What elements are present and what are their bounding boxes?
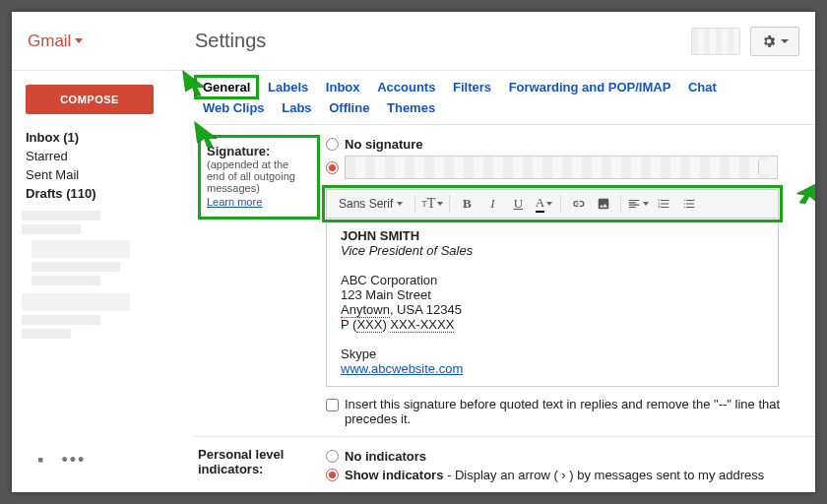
bullet-list-icon xyxy=(682,197,696,211)
signature-email-select[interactable]: ▴▾ xyxy=(345,156,778,179)
sig-title: Vice President of Sales xyxy=(341,243,473,258)
page-title: Settings xyxy=(195,30,691,52)
align-icon xyxy=(627,197,641,211)
sidebar-item-drafts[interactable]: Drafts (110) xyxy=(22,184,184,203)
annotation-arrow-2 xyxy=(189,116,223,157)
insert-before-quoted[interactable]: Insert this signature before quoted text… xyxy=(326,387,809,426)
row-indicators: Personal level indicators: No indicators… xyxy=(194,436,815,492)
sidebar-item-starred[interactable]: Starred xyxy=(22,147,184,165)
ordered-list-icon xyxy=(657,197,670,211)
italic-button[interactable]: I xyxy=(481,193,503,215)
radio-no-signature[interactable]: No signature xyxy=(326,135,809,154)
sidebar-more-blurred xyxy=(22,211,150,348)
account-switcher[interactable] xyxy=(691,28,740,55)
bold-button[interactable]: B xyxy=(456,193,477,215)
bullet-list-button[interactable] xyxy=(678,193,700,215)
sidebar-item-sent[interactable]: Sent Mail xyxy=(22,165,184,184)
annotation-arrow-1 xyxy=(177,65,211,105)
numbered-list-button[interactable] xyxy=(653,193,674,215)
sig-url[interactable]: www.abcwebsite.com xyxy=(341,361,463,376)
tab-labs[interactable]: Labs xyxy=(275,97,318,118)
hangouts-icon[interactable]: ▪ xyxy=(37,450,43,471)
image-icon xyxy=(597,197,610,211)
indicators-label: Personal level indicators: xyxy=(198,447,284,476)
radio-no-indicators[interactable]: No indicators xyxy=(326,447,809,466)
chevron-down-icon xyxy=(397,202,403,206)
settings-tabs: General Labels Inbox Accounts Filters Fo… xyxy=(194,71,815,124)
no-signature-label: No signature xyxy=(345,137,422,152)
font-size-button[interactable]: TT xyxy=(421,193,443,215)
radio-show-indicators[interactable]: Show indicators - Display an arrow ( › )… xyxy=(326,466,809,484)
text-color-button[interactable]: A xyxy=(533,193,554,215)
radio-use-signature[interactable]: ▴▾ xyxy=(326,154,809,181)
sig-street: 123 Main Street xyxy=(341,287,431,302)
gear-icon xyxy=(761,33,777,49)
image-button[interactable] xyxy=(593,193,614,215)
align-button[interactable] xyxy=(627,193,649,215)
row-signature: Signature: (appended at the end of all o… xyxy=(194,124,815,436)
settings-gear-button[interactable] xyxy=(750,27,799,56)
signature-sublabel: (appended at the end of all outgoing mes… xyxy=(207,158,309,194)
chevron-down-icon xyxy=(781,39,789,43)
gmail-logo[interactable]: Gmail xyxy=(28,32,195,51)
compose-button[interactable]: COMPOSE xyxy=(26,85,154,114)
tab-inbox[interactable]: Inbox xyxy=(319,77,367,97)
tab-themes[interactable]: Themes xyxy=(380,97,442,118)
radio-show-indicators-input[interactable] xyxy=(326,469,339,481)
gmail-text: Gmail xyxy=(28,32,71,51)
radio-no-indicators-input[interactable] xyxy=(326,450,339,463)
tab-chat[interactable]: Chat xyxy=(681,77,724,97)
insert-before-label: Insert this signature before quoted text… xyxy=(345,397,809,426)
tab-labels[interactable]: Labels xyxy=(261,77,315,97)
signature-editor[interactable]: JOHN SMITH Vice President of Sales ABC C… xyxy=(326,219,779,387)
tab-filters[interactable]: Filters xyxy=(446,77,498,97)
dropdown-icon xyxy=(75,38,83,43)
signature-toolbar: Sans Serif TT B I U A xyxy=(326,189,779,219)
more-icon[interactable]: ••• xyxy=(61,450,86,471)
tab-offline[interactable]: Offline xyxy=(322,97,376,118)
signature-learn-more[interactable]: Learn more xyxy=(207,196,262,208)
sig-skype: Skype xyxy=(341,346,376,361)
sig-company: ABC Corporation xyxy=(341,273,437,287)
tab-forwarding[interactable]: Forwarding and POP/IMAP xyxy=(502,77,678,97)
link-button[interactable] xyxy=(567,193,589,215)
underline-button[interactable]: U xyxy=(507,193,529,215)
tab-accounts[interactable]: Accounts xyxy=(370,77,442,97)
font-family-select[interactable]: Sans Serif xyxy=(333,194,409,214)
no-indicators-label: No indicators xyxy=(345,449,426,464)
sidebar-item-inbox[interactable]: Inbox (1) xyxy=(22,128,184,147)
link-icon xyxy=(571,197,585,211)
radio-no-signature-input[interactable] xyxy=(326,138,339,151)
sig-name: JOHN SMITH xyxy=(341,228,419,243)
insert-before-checkbox[interactable] xyxy=(326,399,339,411)
radio-use-signature-input[interactable] xyxy=(326,161,339,174)
